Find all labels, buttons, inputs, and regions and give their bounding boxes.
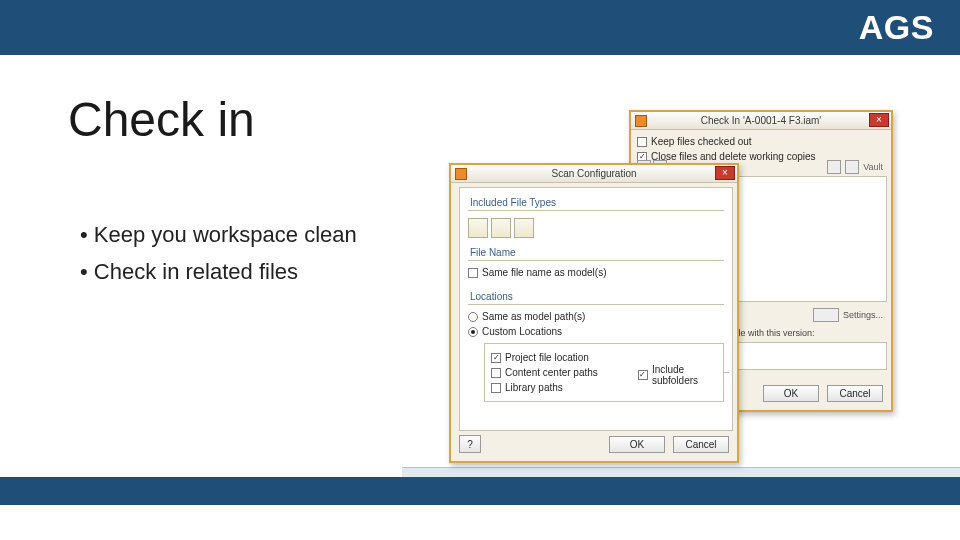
keep-checked-out-checkbox[interactable]: Keep files checked out	[637, 136, 752, 147]
library-paths-checkbox[interactable]: Library paths	[491, 382, 563, 393]
checkbox-icon	[491, 383, 501, 393]
scan-footer-row: ? OK Cancel	[459, 435, 729, 453]
radio-icon	[468, 327, 478, 337]
scan-title: Scan Configuration	[451, 168, 737, 179]
ok-button[interactable]: OK	[609, 436, 665, 453]
checkbox-icon: ✓	[638, 370, 648, 380]
settings-link[interactable]: Settings...	[843, 310, 883, 320]
filetype-idw-icon[interactable]	[514, 218, 534, 238]
locations-section-label: Locations	[468, 288, 724, 305]
same-model-path-label: Same as model path(s)	[482, 311, 585, 322]
radio-icon	[468, 312, 478, 322]
checkbox-icon	[491, 368, 501, 378]
slide-title: Check in	[68, 92, 255, 147]
filename-section-label: File Name	[468, 244, 724, 261]
checkbox-icon	[637, 137, 647, 147]
checkin-titlebar[interactable]: Check In 'A-0001-4 F3.iam' ×	[631, 112, 891, 130]
slide-footer	[0, 467, 960, 512]
keep-checked-out-label: Keep files checked out	[651, 136, 752, 147]
app-icon	[635, 115, 647, 127]
checkin-vault-toolbar: Vault	[827, 160, 883, 174]
footer-accent-dark	[0, 477, 960, 505]
bullet-item: Check in related files	[80, 255, 357, 288]
scan-titlebar[interactable]: Scan Configuration ×	[451, 165, 737, 183]
filetype-iam-icon[interactable]	[491, 218, 511, 238]
content-center-label: Content center paths	[505, 367, 598, 378]
help-button[interactable]: ?	[459, 435, 481, 453]
close-icon[interactable]: ×	[869, 113, 889, 127]
filetype-ipt-icon[interactable]	[468, 218, 488, 238]
content-center-checkbox[interactable]: Content center paths	[491, 367, 598, 378]
bullet-item: Keep you workspace clean	[80, 218, 357, 251]
same-filename-label: Same file name as model(s)	[482, 267, 607, 278]
same-model-path-radio[interactable]: Same as model path(s)	[468, 311, 585, 322]
checkin-title: Check In 'A-0001-4 F3.iam'	[631, 115, 891, 126]
brand-label: AGS	[859, 8, 934, 47]
project-file-label: Project file location	[505, 352, 589, 363]
bullet-list: Keep you workspace clean Check in relate…	[80, 218, 357, 292]
filter-dropdown[interactable]	[813, 308, 839, 322]
cancel-button[interactable]: Cancel	[673, 436, 729, 453]
app-icon	[455, 168, 467, 180]
filetypes-section-label: Included File Types	[468, 194, 724, 211]
checkin-button-row: OK Cancel	[763, 385, 883, 402]
close-icon[interactable]: ×	[715, 166, 735, 180]
slide-header: AGS	[0, 0, 960, 55]
library-paths-label: Library paths	[505, 382, 563, 393]
checkbox-icon: ✓	[491, 353, 501, 363]
include-subfolders-checkbox[interactable]: ✓ Include subfolders	[638, 364, 732, 386]
scan-config-dialog: Scan Configuration × Included File Types…	[449, 163, 739, 463]
include-subfolders-label: Include subfolders	[652, 364, 732, 386]
ok-button[interactable]: OK	[763, 385, 819, 402]
checkbox-icon	[468, 268, 478, 278]
cancel-button[interactable]: Cancel	[827, 385, 883, 402]
refresh-icon[interactable]	[827, 160, 841, 174]
custom-locations-radio[interactable]: Custom Locations	[468, 326, 562, 337]
checkin-mid-toolbar: Settings...	[813, 308, 883, 322]
project-file-checkbox[interactable]: ✓ Project file location	[491, 352, 589, 363]
vault-icon[interactable]	[845, 160, 859, 174]
same-filename-checkbox[interactable]: Same file name as model(s)	[468, 267, 607, 278]
custom-locations-label: Custom Locations	[482, 326, 562, 337]
vault-label: Vault	[863, 162, 883, 172]
close-delete-label: Close files and delete working copies	[651, 151, 816, 162]
filetype-icon-row	[468, 215, 724, 244]
